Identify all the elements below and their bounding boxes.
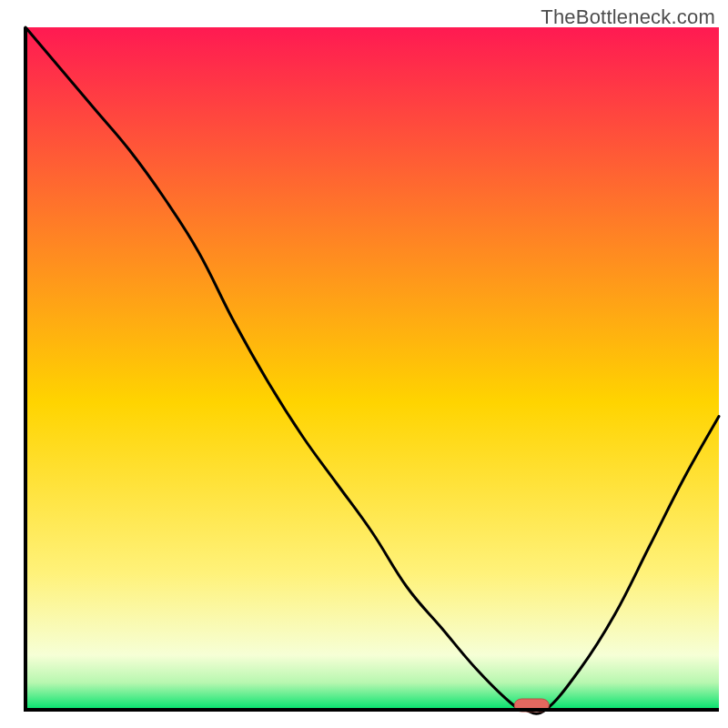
gradient-background (25, 27, 719, 710)
bottleneck-chart: TheBottleneck.com (0, 0, 728, 728)
watermark-text: TheBottleneck.com (541, 5, 715, 29)
chart-svg (0, 0, 728, 728)
